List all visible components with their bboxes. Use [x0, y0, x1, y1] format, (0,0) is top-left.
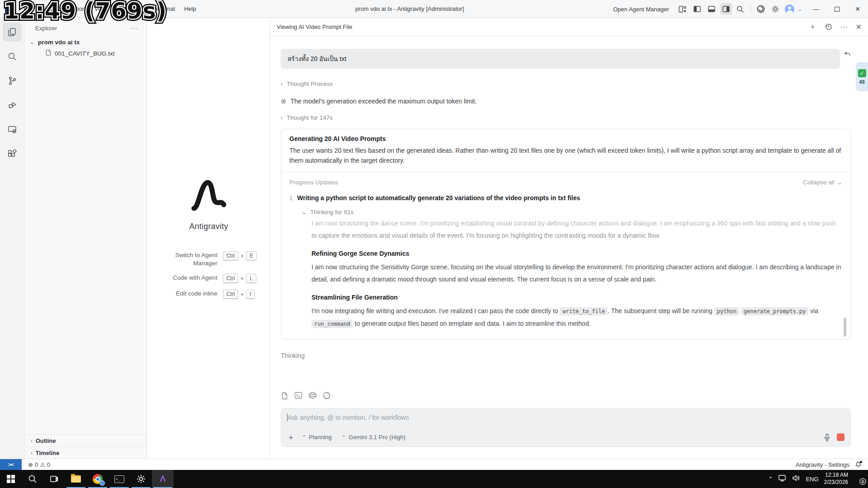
- toggle-secondary-sidebar-icon[interactable]: [720, 3, 732, 15]
- notification-badge: 2: [859, 478, 866, 485]
- titlebar-divider: [750, 5, 751, 13]
- model-label: Gemini 3.1 Pro (High): [349, 434, 406, 441]
- toggle-sidebar-icon[interactable]: [691, 3, 703, 15]
- account-avatar[interactable]: [784, 3, 796, 15]
- file-context-icon[interactable]: [281, 392, 288, 402]
- notifications-bell-icon[interactable]: [855, 461, 862, 468]
- source-control-icon[interactable]: [3, 71, 22, 90]
- shortcut-label: Edit code inline: [160, 290, 217, 298]
- close-button[interactable]: ✕: [847, 0, 868, 18]
- settings-status-label[interactable]: Antigravity - Settings: [796, 461, 849, 468]
- run-debug-icon[interactable]: [3, 96, 22, 115]
- hidden-icons-chevron[interactable]: ⌃: [768, 476, 773, 482]
- settings-app-icon[interactable]: [130, 470, 152, 488]
- tree-file-row[interactable]: 001_CAVITY_BUG.txt: [25, 47, 146, 60]
- remote-indicator[interactable]: ><: [0, 459, 22, 470]
- model-selector[interactable]: ⌃ Gemini 3.1 Pro (High): [342, 434, 406, 441]
- shortcut-row: Edit code inline Ctrl + I: [160, 290, 257, 299]
- thought-process-toggle[interactable]: › Thought Process: [281, 80, 851, 87]
- terminal-context-icon[interactable]: [294, 392, 302, 402]
- antigravity-logo: [189, 178, 228, 211]
- antigravity-icon: Λ: [160, 474, 166, 484]
- error-circle-icon: ⊗: [28, 461, 33, 468]
- extensions-icon[interactable]: [3, 145, 22, 164]
- thinking-paragraph: I am now structuring the Sensitivity Gor…: [311, 261, 842, 286]
- outline-section[interactable]: › Outline: [25, 434, 146, 446]
- profile-badge: [99, 480, 105, 486]
- key-ctrl: Ctrl: [223, 274, 239, 283]
- key-letter: E: [246, 251, 257, 261]
- thinking-paragraph: I am now structuring the dance scene. I'…: [311, 217, 842, 242]
- antigravity-app-icon[interactable]: Λ: [152, 470, 174, 488]
- chevron-down-icon: ⌄: [837, 178, 842, 186]
- start-button[interactable]: [0, 470, 22, 488]
- extension-overlay-widget[interactable]: ✓ 43: [856, 62, 868, 91]
- explorer-more-actions-icon[interactable]: ···: [131, 24, 138, 32]
- network-icon[interactable]: [778, 474, 787, 483]
- collapse-all-button[interactable]: Collapse all ⌄: [803, 178, 842, 186]
- menu-help[interactable]: Help: [179, 0, 201, 18]
- action-center-icon[interactable]: 2: [854, 475, 863, 483]
- agent-panel-header: Viewing AI Video Prompt File ＋ ··· ✕: [270, 18, 868, 36]
- add-attachment-button[interactable]: ＋: [287, 432, 295, 442]
- taskbar-search-icon[interactable]: [22, 470, 43, 488]
- step-number: 1: [289, 194, 292, 202]
- shortcut-row: Switch to Agent Manager Ctrl + E: [160, 251, 257, 267]
- chevron-down-icon: ⌄: [302, 208, 307, 216]
- close-panel-icon[interactable]: ✕: [856, 23, 862, 31]
- chevron-up-icon: ⌃: [342, 434, 346, 440]
- chevron-down-icon: ⌄: [30, 39, 35, 45]
- mode-label: Planning: [309, 434, 332, 441]
- chat-input[interactable]: [288, 414, 844, 421]
- explorer-icon[interactable]: [3, 23, 22, 42]
- time-text: 12:18 AM: [824, 472, 848, 479]
- collapse-all-label: Collapse all: [803, 179, 835, 186]
- settings-gear-icon[interactable]: [769, 3, 781, 15]
- minimize-button[interactable]: —: [806, 0, 826, 18]
- remote-explorer-icon[interactable]: [3, 120, 22, 139]
- task-view-icon[interactable]: [43, 470, 65, 488]
- chrome-app-icon[interactable]: [87, 470, 108, 488]
- key-ctrl: Ctrl: [223, 290, 239, 299]
- timeline-section[interactable]: › Timeline: [25, 446, 146, 459]
- terminal-app-icon[interactable]: >_: [108, 470, 130, 488]
- layers-context-icon[interactable]: [308, 392, 317, 402]
- customize-layout-icon[interactable]: [677, 3, 689, 15]
- stop-generation-button[interactable]: [837, 433, 844, 441]
- new-conversation-icon[interactable]: ＋: [809, 22, 816, 32]
- problems-indicator[interactable]: ⊗ 0 ⚠ 0: [28, 461, 50, 468]
- revert-icon[interactable]: [844, 51, 851, 60]
- agent-task-card: Generating 20 AI Video Prompts The user …: [281, 129, 851, 340]
- tree-root-folder[interactable]: ⌄ prom vdo ai tx: [25, 37, 146, 47]
- toggle-panel-icon[interactable]: [706, 3, 717, 15]
- file-explorer-app-icon[interactable]: [65, 470, 87, 488]
- taskbar-clock[interactable]: 12:18 AM 2/23/2026: [824, 472, 848, 486]
- key-letter: I: [246, 290, 255, 299]
- thinking-duration-toggle[interactable]: ⌄ Thinking for 91s: [302, 208, 842, 216]
- language-indicator[interactable]: ENG: [806, 476, 818, 483]
- key-plus: +: [241, 276, 244, 282]
- chevron-up-icon: ⌃: [302, 434, 306, 440]
- warning-triangle-icon: ⚠: [40, 461, 45, 468]
- thinking-paragraph: I'm now integrating file writing and exe…: [311, 305, 842, 330]
- open-agent-manager-button[interactable]: Open Agent Manager: [613, 6, 669, 13]
- timeline-label: Timeline: [36, 450, 60, 456]
- activity-bar: [0, 18, 25, 459]
- account-chevron-down-icon[interactable]: ⌄: [798, 6, 802, 12]
- search-sidebar-icon[interactable]: [3, 47, 22, 66]
- browser-context-icon[interactable]: [323, 392, 330, 402]
- more-options-icon[interactable]: ···: [840, 23, 848, 31]
- thought-duration-toggle[interactable]: › Thought for 147s: [281, 114, 851, 121]
- restore-button[interactable]: [826, 0, 847, 18]
- explorer-header: Explorer: [35, 25, 57, 32]
- card-scrollbar-thumb[interactable]: [844, 318, 846, 337]
- mode-selector[interactable]: ⌃ Planning: [302, 434, 332, 441]
- history-icon[interactable]: [825, 23, 832, 31]
- search-icon[interactable]: [735, 3, 746, 15]
- microphone-icon[interactable]: [824, 433, 830, 441]
- browser-icon[interactable]: [755, 3, 767, 15]
- context-chips: [281, 392, 851, 402]
- error-circle-icon: ⊗: [281, 97, 287, 105]
- brand-name: Antigravity: [189, 222, 228, 231]
- volume-icon[interactable]: [792, 474, 800, 483]
